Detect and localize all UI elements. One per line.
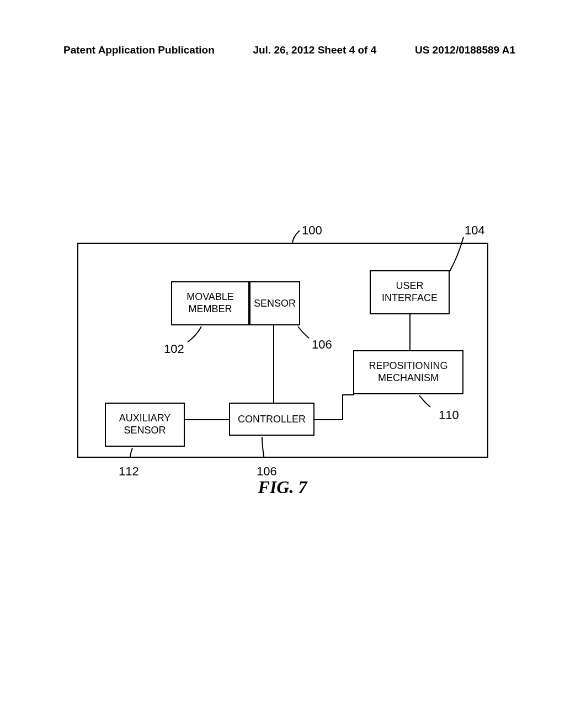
connector-line <box>185 419 229 420</box>
repositioning-label: REPOSITIONING MECHANISM <box>369 360 447 384</box>
sensor-block: SENSOR <box>249 281 300 325</box>
repositioning-block: REPOSITIONING MECHANISM <box>353 350 463 394</box>
header-left: Patent Application Publication <box>63 44 215 56</box>
user-interface-block: USER INTERFACE <box>370 270 450 314</box>
controller-label: CONTROLLER <box>238 414 306 425</box>
connector-line <box>342 394 354 395</box>
connector-line <box>342 394 343 419</box>
ref-110: 110 <box>439 408 459 422</box>
sensor-label: SENSOR <box>254 298 296 309</box>
header-right: US 2012/0188589 A1 <box>415 44 515 56</box>
diagram-container: MOVABLE MEMBER SENSOR USER INTERFACE REP… <box>77 243 488 458</box>
figure-label: FIG. 7 <box>0 477 565 497</box>
controller-block: CONTROLLER <box>229 403 315 436</box>
connector-line <box>273 325 274 403</box>
connector-line <box>409 314 411 350</box>
movable-member-block: MOVABLE MEMBER <box>171 281 249 325</box>
auxiliary-sensor-block: AUXILIARY SENSOR <box>105 403 185 447</box>
movable-member-label: MOVABLE MEMBER <box>186 291 234 315</box>
ref-100: 100 <box>302 223 322 238</box>
ref-106a: 106 <box>312 338 332 352</box>
ref-104: 104 <box>465 223 485 238</box>
header-center: Jul. 26, 2012 Sheet 4 of 4 <box>253 44 376 56</box>
user-interface-label: USER INTERFACE <box>382 280 438 304</box>
ref-102: 102 <box>164 342 184 356</box>
connector-line <box>315 419 343 420</box>
auxiliary-sensor-label: AUXILIARY SENSOR <box>119 413 171 436</box>
